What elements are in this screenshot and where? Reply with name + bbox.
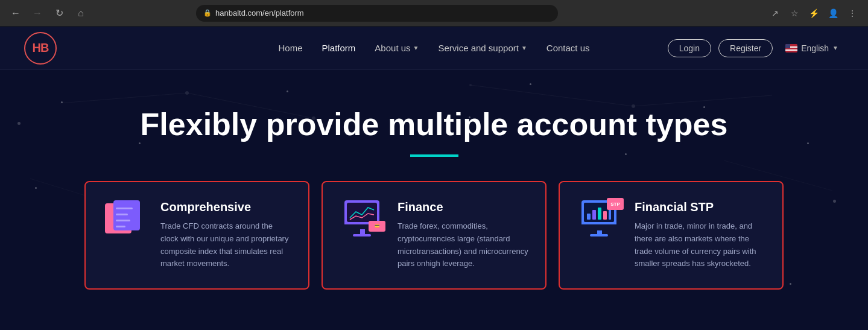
card-comprehensive-desc: Trade CFD contracts around the clock wit… bbox=[160, 220, 291, 270]
card-stp-title: Financial STP bbox=[635, 200, 765, 214]
card-comprehensive: Comprehensive Trade CFD contracts around… bbox=[84, 181, 309, 290]
stp-illustration: STP bbox=[579, 200, 622, 236]
extensions-button[interactable]: ⚡ bbox=[805, 5, 822, 22]
reload-button[interactable]: ↻ bbox=[51, 5, 68, 22]
card-finance-icon: 💳 bbox=[340, 200, 388, 236]
url-text: hanbaltd.com/en/platform bbox=[215, 8, 304, 17]
navbar: HB Home Platform About us ▼ Service and … bbox=[0, 27, 868, 70]
card-finance-desc: Trade forex, commodities, cryptocurrenci… bbox=[398, 220, 528, 270]
card-finance: 💳 Finance Trade forex, commodities, cryp… bbox=[322, 181, 546, 290]
nav-links: Home Platform About us ▼ Service and sup… bbox=[278, 43, 589, 53]
svg-line-3 bbox=[633, 95, 772, 106]
finance-illustration: 💳 bbox=[342, 200, 385, 236]
profile-button[interactable]: 👤 bbox=[825, 5, 841, 22]
nav-about[interactable]: About us ▼ bbox=[375, 43, 419, 53]
star-dot bbox=[61, 101, 63, 103]
stp-badge: STP bbox=[607, 198, 624, 210]
card-stp-icon: STP bbox=[577, 200, 625, 236]
forward-button[interactable]: → bbox=[29, 5, 46, 22]
svg-rect-13 bbox=[603, 211, 607, 220]
card-comprehensive-title: Comprehensive bbox=[160, 200, 291, 214]
star-dot bbox=[807, 142, 809, 144]
browser-chrome: ← → ↻ ⌂ 🔒 hanbaltd.com/en/platform ↗ ☆ ⚡… bbox=[0, 0, 868, 27]
register-button[interactable]: Register bbox=[718, 39, 773, 57]
hero-underline bbox=[410, 154, 458, 157]
home-button[interactable]: ⌂ bbox=[72, 5, 89, 22]
service-dropdown-arrow: ▼ bbox=[521, 45, 527, 51]
svg-line-0 bbox=[60, 93, 187, 103]
svg-point-6 bbox=[185, 91, 189, 95]
nav-platform[interactable]: Platform bbox=[322, 43, 355, 53]
svg-rect-12 bbox=[598, 208, 601, 220]
share-button[interactable]: ↗ bbox=[767, 5, 784, 22]
card-comprehensive-content: Comprehensive Trade CFD contracts around… bbox=[160, 200, 291, 270]
logo[interactable]: HB bbox=[24, 32, 57, 65]
hero-section: Flexibly provide multiple account types … bbox=[0, 70, 868, 329]
svg-rect-11 bbox=[592, 210, 596, 220]
star-dot bbox=[530, 83, 531, 85]
hero-title: Flexibly provide multiple account types bbox=[141, 106, 728, 142]
star-dot bbox=[17, 122, 21, 125]
svg-point-9 bbox=[469, 84, 472, 86]
browser-actions: ↗ ☆ ⚡ 👤 ⋮ bbox=[767, 5, 861, 22]
back-button[interactable]: ← bbox=[7, 5, 24, 22]
address-bar[interactable]: 🔒 hanbaltd.com/en/platform bbox=[196, 5, 558, 22]
language-selector[interactable]: English ▼ bbox=[780, 40, 844, 56]
card-financial-stp: STP Financial STP Major in trade, minor … bbox=[559, 181, 784, 290]
cards-section: Comprehensive Trade CFD contracts around… bbox=[0, 181, 868, 314]
nav-service[interactable]: Service and support ▼ bbox=[438, 43, 527, 53]
comprehensive-illustration bbox=[105, 200, 148, 236]
nav-home[interactable]: Home bbox=[278, 43, 302, 53]
menu-button[interactable]: ⋮ bbox=[844, 5, 861, 22]
lock-icon: 🔒 bbox=[203, 9, 212, 17]
card-stp-content: Financial STP Major in trade, minor in t… bbox=[635, 200, 765, 270]
login-button[interactable]: Login bbox=[668, 39, 711, 57]
nav-right: Login Register English ▼ bbox=[668, 39, 844, 57]
star-dot bbox=[139, 142, 141, 144]
star-dot bbox=[625, 153, 627, 155]
about-dropdown-arrow: ▼ bbox=[413, 45, 419, 51]
lang-dropdown-arrow: ▼ bbox=[832, 45, 838, 51]
card-comprehensive-icon bbox=[103, 200, 151, 236]
flag-icon bbox=[785, 44, 797, 52]
card-stp-desc: Major in trade, minor in trade, and ther… bbox=[635, 220, 765, 270]
star-dot bbox=[287, 90, 288, 92]
nav-contact[interactable]: Contact us bbox=[546, 43, 590, 53]
svg-rect-10 bbox=[587, 214, 591, 220]
card-finance-content: Finance Trade forex, commodities, crypto… bbox=[398, 200, 528, 270]
bookmark-button[interactable]: ☆ bbox=[786, 5, 803, 22]
card-finance-title: Finance bbox=[398, 200, 528, 214]
svg-line-2 bbox=[470, 85, 633, 106]
